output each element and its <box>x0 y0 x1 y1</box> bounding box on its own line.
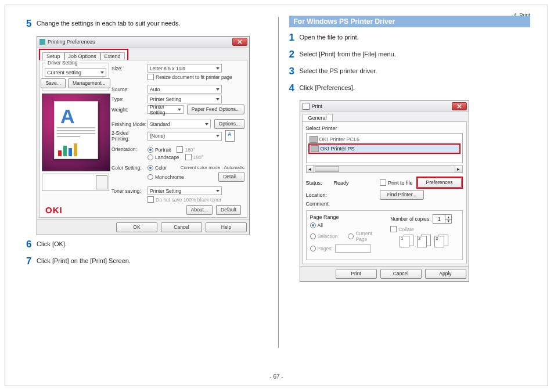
range-current-radio[interactable] <box>348 233 354 239</box>
paper-indicator <box>42 174 109 191</box>
toner-combo[interactable]: Printer Setting <box>148 186 222 195</box>
printer-list[interactable]: OKI Printer PCL6 OKI Printer PS <box>306 133 463 163</box>
color-label: Color Setting: <box>111 165 148 171</box>
bar-chart-icon <box>58 141 77 156</box>
printer-icon <box>310 136 318 143</box>
printer-item-ps[interactable]: OKI Printer PS <box>308 143 461 154</box>
scroll-right-button[interactable]: ▸ <box>455 166 462 172</box>
resize-label: Resize document to fit printer page <box>156 74 232 80</box>
select-printer-label: Select Printer <box>306 125 463 131</box>
window-title: Print <box>312 103 323 109</box>
help-button[interactable]: Help <box>206 222 247 232</box>
printer-icon <box>311 145 319 152</box>
weight-combo[interactable]: Printer Setting <box>148 105 184 114</box>
find-printer-button[interactable]: Find Printer... <box>380 190 424 200</box>
rot180-a-checkbox[interactable] <box>177 146 183 153</box>
type-label: Type: <box>111 96 148 102</box>
toner-sub-checkbox[interactable] <box>148 196 154 203</box>
detail-button[interactable]: Detail... <box>218 172 244 182</box>
step-number: 2 <box>289 48 300 61</box>
tab-strip: General <box>300 112 469 121</box>
printing-preferences-window: Printing Preferences Setup Job Options E… <box>37 36 250 235</box>
page-range-label: Page Range <box>310 214 385 220</box>
resize-row: Resize document to fit printer page <box>111 74 244 80</box>
ok-button[interactable]: OK <box>116 222 157 232</box>
range-pages-radio[interactable] <box>310 246 316 251</box>
step-5: 5 Change the settings in each tab to sui… <box>26 19 268 30</box>
tab-setup[interactable]: Setup <box>42 52 64 60</box>
printer-item-pcl6[interactable]: OKI Printer PCL6 <box>308 135 461 143</box>
two-column-layout: 5 Change the settings in each tab to sui… <box>26 16 530 364</box>
orientation-label: Orientation: <box>111 146 148 152</box>
copies-spinner[interactable]: 1 ▲▼ <box>433 214 452 224</box>
pages-input[interactable] <box>335 244 371 253</box>
chevron-down-icon <box>216 67 220 70</box>
driver-setting-group: Driver Setting Current setting Save... M… <box>42 63 109 91</box>
print-button[interactable]: Print <box>336 269 377 279</box>
mono-radio[interactable] <box>148 174 153 180</box>
collate-checkbox[interactable] <box>390 226 397 232</box>
step-1: 1 Open the file to print. <box>289 33 531 44</box>
dialog-buttons: Print Cancel Apply <box>300 266 469 281</box>
management-button[interactable]: Management... <box>68 78 110 88</box>
status-grid: Status: Ready Print to file Preferences <box>306 177 463 207</box>
step-number: 7 <box>26 255 37 268</box>
range-all-radio[interactable] <box>310 222 316 228</box>
rot180-b-checkbox[interactable] <box>185 154 192 160</box>
cancel-button[interactable]: Cancel <box>380 269 422 279</box>
size-combo[interactable]: Letter 8.5 x 11in <box>148 64 222 73</box>
step-number: 3 <box>289 65 300 78</box>
two-sided-combo[interactable]: (None) <box>148 132 222 141</box>
toner-row: Toner saving: Printer Setting <box>111 186 244 195</box>
portrait-radio[interactable] <box>148 147 153 153</box>
scroll-left-button[interactable]: ◂ <box>307 166 314 172</box>
page-preview: A <box>42 93 110 171</box>
color-radio[interactable] <box>148 165 153 171</box>
two-sided-row: 2-Sided Printing: (None) <box>111 130 244 142</box>
resize-checkbox[interactable] <box>148 74 154 80</box>
chevron-down-icon <box>178 109 181 111</box>
sheet-icon <box>96 175 107 189</box>
close-button[interactable] <box>452 102 467 110</box>
tab-extend[interactable]: Extend <box>100 52 125 60</box>
type-row: Type: Printer Setting <box>111 95 244 103</box>
chevron-down-icon <box>216 98 220 100</box>
finishing-combo[interactable]: Standard <box>148 120 211 128</box>
save-button[interactable]: Save... <box>41 78 65 88</box>
weight-label: Weight: <box>111 107 148 113</box>
tab-general[interactable]: General <box>303 114 333 121</box>
source-label: Source: <box>111 87 148 92</box>
step-text: Change the settings in each tab to suit … <box>37 19 181 27</box>
step-number: 4 <box>289 82 300 95</box>
close-button[interactable] <box>232 38 247 46</box>
preferences-button[interactable]: Preferences <box>418 178 462 188</box>
step-number: 6 <box>26 238 37 251</box>
print-dialog-body: Select Printer OKI Printer PCL6 OKI Prin… <box>302 121 467 264</box>
default-button[interactable]: Default <box>216 205 241 215</box>
scroll-thumb[interactable] <box>315 166 339 172</box>
print-to-file-option[interactable]: Print to file <box>380 179 413 186</box>
app-icon <box>39 39 45 45</box>
source-combo[interactable]: Auto <box>148 85 222 93</box>
cancel-button[interactable]: Cancel <box>161 222 202 232</box>
landscape-radio[interactable] <box>148 154 153 160</box>
tab-job-options[interactable]: Job Options <box>64 52 100 60</box>
step-text: Click [OK]. <box>37 240 67 248</box>
scroll-track[interactable] <box>340 166 455 172</box>
step-number: 5 <box>26 17 37 30</box>
options-button[interactable]: Options... <box>214 119 244 129</box>
color-row: Color Setting: Color Current color mode … <box>111 165 244 182</box>
spinner-arrows[interactable]: ▲▼ <box>445 215 451 223</box>
current-setting-combo[interactable]: Current setting <box>45 68 106 77</box>
print-to-file-checkbox[interactable] <box>380 179 386 186</box>
type-combo[interactable]: Printer Setting <box>148 95 222 103</box>
toner-label: Toner saving: <box>111 188 148 194</box>
titlebar[interactable]: Printing Preferences <box>37 37 249 48</box>
apply-button[interactable]: Apply <box>425 269 466 279</box>
finishing-row: Finishing Mode: Standard Options... <box>111 119 244 129</box>
horizontal-scrollbar[interactable]: ◂ ▸ <box>306 165 463 173</box>
about-button[interactable]: About... <box>186 205 213 215</box>
titlebar[interactable]: Print <box>300 101 469 112</box>
range-selection-radio[interactable] <box>310 233 316 239</box>
paper-feed-button[interactable]: Paper Feed Options... <box>187 105 244 114</box>
